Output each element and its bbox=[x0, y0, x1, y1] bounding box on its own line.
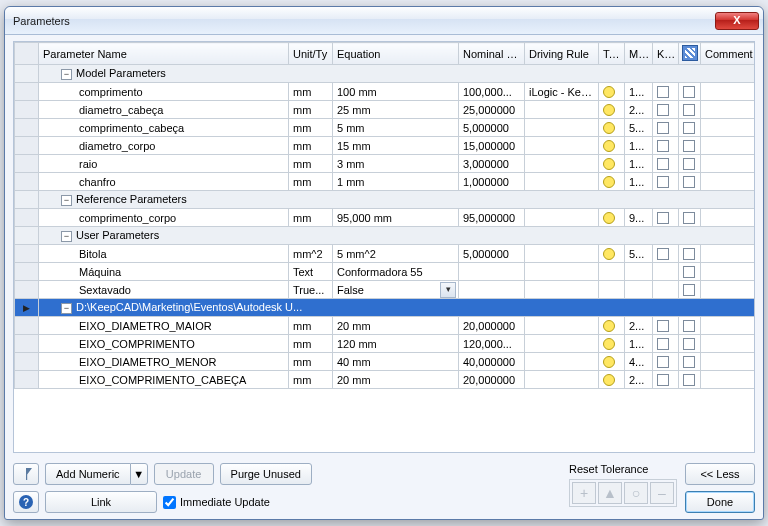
cell-moc[interactable]: 2... bbox=[625, 317, 653, 335]
cell-name[interactable]: EIXO_DIAMETRO_MENOR bbox=[39, 353, 289, 371]
collapse-icon[interactable]: − bbox=[61, 195, 72, 206]
export-checkbox[interactable] bbox=[683, 104, 695, 116]
cell-unit[interactable]: mm bbox=[289, 173, 333, 191]
cell-comment[interactable] bbox=[701, 155, 756, 173]
export-checkbox[interactable] bbox=[683, 248, 695, 260]
col-nominal[interactable]: Nominal Val bbox=[459, 43, 525, 65]
cell-tolerance[interactable] bbox=[599, 101, 625, 119]
cell-equation[interactable]: 3 mm bbox=[333, 155, 459, 173]
export-checkbox[interactable] bbox=[683, 176, 695, 188]
collapse-icon[interactable]: − bbox=[61, 69, 72, 80]
cell-unit[interactable]: mm bbox=[289, 155, 333, 173]
cell-key[interactable] bbox=[653, 317, 679, 335]
cell-driving-rule[interactable] bbox=[525, 137, 599, 155]
cell-nominal[interactable]: 5,000000 bbox=[459, 245, 525, 263]
cell-moc[interactable]: 1... bbox=[625, 83, 653, 101]
cell-unit[interactable]: mm bbox=[289, 101, 333, 119]
cell-tolerance[interactable] bbox=[599, 263, 625, 281]
col-unit[interactable]: Unit/Ty bbox=[289, 43, 333, 65]
cell-equation[interactable]: 20 mm bbox=[333, 371, 459, 389]
cell-export[interactable] bbox=[679, 101, 701, 119]
export-checkbox[interactable] bbox=[683, 374, 695, 386]
cell-name[interactable]: diametro_cabeça bbox=[39, 101, 289, 119]
cell-unit[interactable]: mm bbox=[289, 209, 333, 227]
cell-comment[interactable] bbox=[701, 353, 756, 371]
cell-export[interactable] bbox=[679, 173, 701, 191]
group-row-reference[interactable]: −Reference Parameters bbox=[15, 191, 756, 209]
param-row[interactable]: diametro_corpomm15 mm15,0000001... bbox=[15, 137, 756, 155]
filter-button[interactable] bbox=[13, 463, 39, 485]
cell-nominal[interactable]: 20,000000 bbox=[459, 317, 525, 335]
cell-driving-rule[interactable] bbox=[525, 119, 599, 137]
cell-nominal[interactable]: 5,000000 bbox=[459, 119, 525, 137]
param-row[interactable]: EIXO_DIAMETRO_MENORmm40 mm40,0000004... bbox=[15, 353, 756, 371]
cell-tolerance[interactable] bbox=[599, 209, 625, 227]
cell-tolerance[interactable] bbox=[599, 83, 625, 101]
group-row-model[interactable]: −Model Parameters bbox=[15, 65, 756, 83]
cell-equation[interactable]: 5 mm bbox=[333, 119, 459, 137]
cell-key[interactable] bbox=[653, 209, 679, 227]
param-row[interactable]: EIXO_DIAMETRO_MAIORmm20 mm20,0000002... bbox=[15, 317, 756, 335]
tolerance-plus[interactable]: + bbox=[572, 482, 596, 504]
cell-driving-rule[interactable] bbox=[525, 155, 599, 173]
col-name[interactable]: Parameter Name bbox=[39, 43, 289, 65]
cell-key[interactable] bbox=[653, 281, 679, 299]
cell-comment[interactable] bbox=[701, 101, 756, 119]
cell-tolerance[interactable] bbox=[599, 371, 625, 389]
key-checkbox[interactable] bbox=[657, 122, 669, 134]
cell-unit[interactable]: mm bbox=[289, 137, 333, 155]
cell-key[interactable] bbox=[653, 83, 679, 101]
export-checkbox[interactable] bbox=[683, 140, 695, 152]
param-row[interactable]: comprimentomm100 mm100,000...iLogic - Ke… bbox=[15, 83, 756, 101]
cell-unit[interactable]: mm bbox=[289, 371, 333, 389]
cell-export[interactable] bbox=[679, 263, 701, 281]
cell-key[interactable] bbox=[653, 119, 679, 137]
group-label[interactable]: −D:\KeepCAD\Marketing\Eventos\Autodesk U… bbox=[39, 299, 756, 317]
cell-comment[interactable] bbox=[701, 263, 756, 281]
key-checkbox[interactable] bbox=[657, 338, 669, 350]
cell-nominal[interactable]: 120,000... bbox=[459, 335, 525, 353]
cell-name[interactable]: comprimento_corpo bbox=[39, 209, 289, 227]
cell-nominal[interactable]: 25,000000 bbox=[459, 101, 525, 119]
key-checkbox[interactable] bbox=[657, 374, 669, 386]
cell-driving-rule[interactable] bbox=[525, 263, 599, 281]
param-row[interactable]: diametro_cabeçamm25 mm25,0000002... bbox=[15, 101, 756, 119]
cell-nominal[interactable]: 3,000000 bbox=[459, 155, 525, 173]
cell-moc[interactable]: 5... bbox=[625, 245, 653, 263]
export-checkbox[interactable] bbox=[683, 212, 695, 224]
group-row-linked[interactable]: −D:\KeepCAD\Marketing\Eventos\Autodesk U… bbox=[15, 299, 756, 317]
cell-unit[interactable]: mm bbox=[289, 335, 333, 353]
cell-equation[interactable]: False bbox=[333, 281, 459, 299]
cell-equation[interactable]: 95,000 mm bbox=[333, 209, 459, 227]
export-checkbox[interactable] bbox=[683, 284, 695, 296]
cell-moc[interactable]: 1... bbox=[625, 155, 653, 173]
cell-export[interactable] bbox=[679, 209, 701, 227]
cell-name[interactable]: EIXO_COMPRIMENTO_CABEÇA bbox=[39, 371, 289, 389]
cell-name[interactable]: raio bbox=[39, 155, 289, 173]
export-checkbox[interactable] bbox=[683, 266, 695, 278]
key-checkbox[interactable] bbox=[657, 356, 669, 368]
cell-key[interactable] bbox=[653, 101, 679, 119]
param-row[interactable]: EIXO_COMPRIMENTO_CABEÇAmm20 mm20,0000002… bbox=[15, 371, 756, 389]
cell-unit[interactable]: Text bbox=[289, 263, 333, 281]
param-row[interactable]: Bitolamm^25 mm^25,0000005... bbox=[15, 245, 756, 263]
cell-comment[interactable] bbox=[701, 119, 756, 137]
cell-moc[interactable]: 1... bbox=[625, 335, 653, 353]
purge-unused-button[interactable]: Purge Unused bbox=[220, 463, 312, 485]
cell-key[interactable] bbox=[653, 173, 679, 191]
link-button[interactable]: Link bbox=[45, 491, 157, 513]
cell-driving-rule[interactable] bbox=[525, 353, 599, 371]
tolerance-minus[interactable]: – bbox=[650, 482, 674, 504]
cell-export[interactable] bbox=[679, 155, 701, 173]
cell-comment[interactable] bbox=[701, 281, 756, 299]
param-row[interactable]: chanfromm1 mm1,0000001... bbox=[15, 173, 756, 191]
key-checkbox[interactable] bbox=[657, 176, 669, 188]
cell-comment[interactable] bbox=[701, 335, 756, 353]
cell-moc[interactable]: 1... bbox=[625, 173, 653, 191]
cell-tolerance[interactable] bbox=[599, 173, 625, 191]
export-checkbox[interactable] bbox=[683, 320, 695, 332]
close-button[interactable]: X bbox=[715, 12, 759, 30]
export-checkbox[interactable] bbox=[683, 158, 695, 170]
cell-unit[interactable]: True... bbox=[289, 281, 333, 299]
cell-equation[interactable]: 1 mm bbox=[333, 173, 459, 191]
